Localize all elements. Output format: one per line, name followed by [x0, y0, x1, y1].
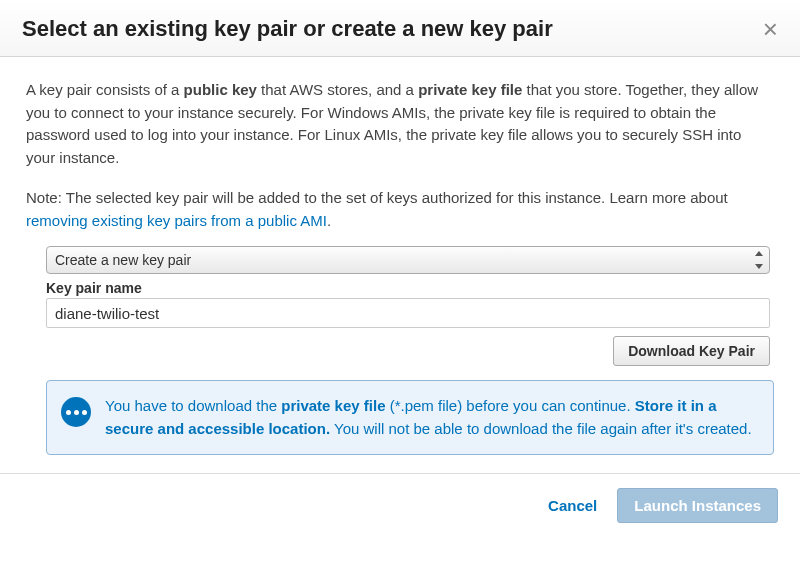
alert-part: You have to download the [105, 397, 281, 414]
note-text: Note: The selected key pair will be adde… [26, 187, 774, 232]
dialog-content: A key pair consists of a public key that… [0, 57, 800, 455]
desc-bold-private-key-file: private key file [418, 81, 522, 98]
dialog-title: Select an existing key pair or create a … [22, 16, 553, 42]
note-part: Note: The selected key pair will be adde… [26, 189, 728, 206]
keypair-mode-select[interactable]: Create a new key pair [46, 246, 770, 274]
alert-part: (*.pem file) before you can continue. [386, 397, 635, 414]
dialog-header: Select an existing key pair or create a … [0, 0, 800, 57]
cancel-button[interactable]: Cancel [548, 497, 597, 514]
launch-instances-button[interactable]: Launch Instances [617, 488, 778, 523]
alert-text: You have to download the private key fil… [105, 395, 757, 440]
alert-bold-private-key-file: private key file [281, 397, 385, 414]
info-icon [61, 397, 91, 427]
remove-keypairs-link[interactable]: removing existing key pairs from a publi… [26, 212, 327, 229]
keypair-name-label: Key pair name [46, 280, 770, 296]
form-area: Create a new key pair Key pair name Down… [46, 246, 774, 366]
desc-part: A key pair consists of a [26, 81, 184, 98]
desc-part: that AWS stores, and a [257, 81, 418, 98]
description-text: A key pair consists of a public key that… [26, 79, 774, 169]
note-part: . [327, 212, 331, 229]
desc-bold-public-key: public key [184, 81, 257, 98]
dialog-footer: Cancel Launch Instances [0, 473, 800, 537]
download-keypair-button[interactable]: Download Key Pair [613, 336, 770, 366]
close-icon[interactable]: × [763, 16, 778, 42]
keypair-name-input[interactable] [46, 298, 770, 328]
select-value: Create a new key pair [55, 252, 191, 268]
download-row: Download Key Pair [46, 336, 770, 366]
info-alert: You have to download the private key fil… [46, 380, 774, 455]
alert-part: You will not be able to download the fil… [330, 420, 751, 437]
